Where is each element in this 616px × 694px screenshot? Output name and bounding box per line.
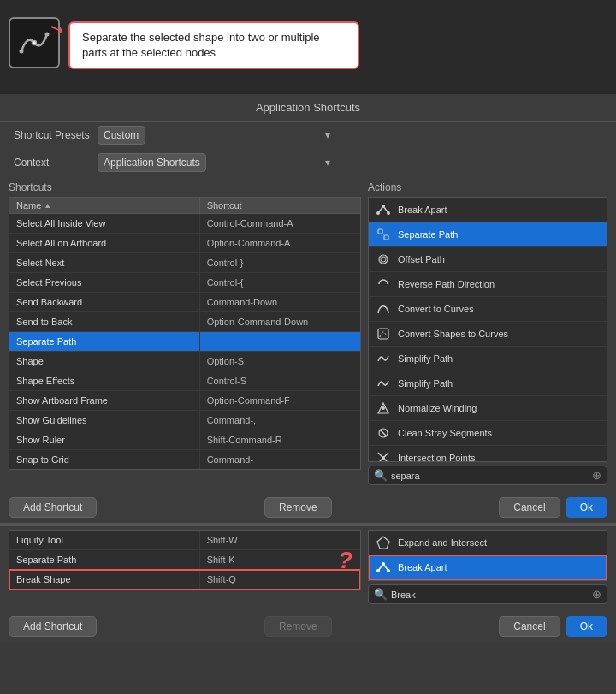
- svg-point-3: [376, 211, 380, 215]
- bottom-buttons-1: Add Shortcut Remove Cancel Ok: [0, 492, 616, 523]
- action-row[interactable]: Break Apart: [369, 198, 607, 222]
- shortcut-row[interactable]: Show GuidelinesCommand-,: [9, 411, 360, 430]
- svg-point-1: [45, 33, 50, 37]
- action-row[interactable]: Convert Shapes to Curves: [369, 322, 607, 347]
- sc-shortcut: Command-Down: [200, 293, 360, 311]
- svg-rect-11: [378, 329, 388, 339]
- action-name: Normalize Winding: [398, 403, 477, 413]
- action-name: Clean Stray Segments: [398, 428, 492, 438]
- action-icon: [376, 252, 391, 267]
- shortcut-row[interactable]: Select NextControl-}: [9, 253, 360, 273]
- sc-name: Separate Path: [9, 332, 200, 351]
- context-label: Context: [14, 157, 91, 169]
- tooltip-section: ➘ Separate the selected shape into two o…: [0, 0, 616, 94]
- shortcut-row[interactable]: Select All Inside ViewControl-Command-A: [9, 214, 360, 234]
- shortcut-row[interactable]: Send to BackOption-Command-Down: [9, 312, 360, 332]
- context-row: Context Application Shortcuts: [0, 149, 616, 176]
- cancel-button-2[interactable]: Cancel: [499, 616, 560, 637]
- shortcuts-list-1[interactable]: Select All Inside ViewControl-Command-AS…: [9, 213, 361, 470]
- ok-button-1[interactable]: Ok: [566, 497, 607, 518]
- action-row[interactable]: Normalize Winding: [369, 396, 607, 421]
- action-name: Simplify Path: [398, 378, 453, 389]
- action-row[interactable]: Reverse Path Direction: [369, 272, 607, 297]
- sc-name: Show Guidelines: [9, 411, 200, 430]
- action-row[interactable]: Expand and Intersect: [369, 531, 607, 555]
- svg-rect-7: [384, 235, 388, 240]
- shortcut-row[interactable]: Select PreviousControl-{: [9, 273, 360, 293]
- remove-button-1[interactable]: Remove: [264, 497, 332, 518]
- shortcut-row[interactable]: Break ShapeShift-Q: [9, 570, 360, 590]
- shortcut-row[interactable]: Select All on ArtboardOption-Command-A: [9, 234, 360, 253]
- action-row[interactable]: Separate Path: [369, 222, 607, 247]
- name-col-header: Name ▲: [9, 198, 200, 213]
- action-name: Separate Path: [398, 229, 458, 240]
- svg-point-25: [387, 569, 390, 572]
- ok-button-2[interactable]: Ok: [566, 616, 607, 637]
- actions-header-1: Actions: [368, 180, 607, 195]
- shortcut-row[interactable]: Show Artboard FrameOption-Command-F: [9, 391, 360, 411]
- search-input-1[interactable]: [391, 471, 589, 481]
- shortcuts-list-2[interactable]: Liquify ToolShift-WSeparate PathShift-KB…: [9, 530, 361, 590]
- shortcut-row[interactable]: Show RulerShift-Command-R: [9, 430, 360, 450]
- dialog-1: Application Shortcuts Shortcut Presets C…: [0, 94, 616, 523]
- svg-point-18: [382, 456, 385, 460]
- sc-name: Break Shape: [9, 570, 200, 589]
- action-row[interactable]: Simplify Path: [369, 347, 607, 371]
- action-name: Convert Shapes to Curves: [398, 329, 508, 339]
- action-row[interactable]: Break Apart: [369, 555, 607, 580]
- action-row[interactable]: Offset Path: [369, 247, 607, 272]
- shortcut-row[interactable]: ShapeOption-S: [9, 352, 360, 371]
- add-shortcut-button-2[interactable]: Add Shortcut: [9, 616, 97, 637]
- search-clear-btn-1[interactable]: ⊕: [592, 469, 601, 482]
- presets-select[interactable]: Custom: [98, 126, 145, 145]
- name-col-label: Name: [16, 200, 41, 211]
- sc-name: Send Backward: [9, 293, 200, 311]
- shortcut-row[interactable]: Send BackwardCommand-Down: [9, 293, 360, 312]
- sc-shortcut: Shift-K: [200, 550, 360, 569]
- sc-name: Select All Inside View: [9, 214, 200, 233]
- action-row[interactable]: Convert to Curves: [369, 297, 607, 322]
- remove-button-2[interactable]: Remove: [264, 616, 332, 637]
- action-icon: [376, 227, 391, 242]
- search-clear-btn-2[interactable]: ⊕: [592, 588, 601, 601]
- context-select[interactable]: Application Shortcuts: [98, 153, 206, 172]
- bottom-buttons-2: Add Shortcut Remove Cancel Ok: [0, 611, 616, 642]
- presets-label: Shortcut Presets: [14, 129, 91, 141]
- context-select-wrapper: Application Shortcuts: [98, 153, 337, 172]
- action-name: Break Apart: [398, 205, 447, 215]
- shortcut-row[interactable]: Snap to GridCommand-: [9, 450, 360, 470]
- shortcut-row[interactable]: Shape EffectsControl-S: [9, 371, 360, 391]
- action-icon: [376, 450, 391, 462]
- shortcut-row[interactable]: Separate PathShift-K: [9, 550, 360, 570]
- action-row[interactable]: Intersection Points: [369, 446, 607, 462]
- sc-name: Separate Path: [9, 550, 200, 569]
- shortcut-row[interactable]: Liquify ToolShift-W: [9, 531, 360, 550]
- sc-name: Select Previous: [9, 273, 200, 292]
- presets-row: Shortcut Presets Custom: [0, 122, 616, 149]
- sc-shortcut: Option-Command-F: [200, 391, 360, 410]
- action-name: Expand and Intersect: [398, 537, 487, 548]
- action-row[interactable]: Simplify Path: [369, 371, 607, 396]
- shortcut-row[interactable]: Separate Path: [9, 332, 360, 352]
- search-input-2[interactable]: [391, 590, 589, 600]
- search-bar-2: 🔍 ⊕: [368, 584, 607, 604]
- cancel-button-1[interactable]: Cancel: [499, 497, 560, 518]
- bottom-right-1: Cancel Ok: [499, 497, 607, 518]
- action-row[interactable]: Clean Stray Segments: [369, 421, 607, 446]
- svg-point-10: [381, 257, 386, 262]
- actions-list-1[interactable]: Break ApartSeparate PathOffset PathRever…: [368, 197, 607, 462]
- sc-name: Send to Back: [9, 312, 200, 331]
- sc-shortcut: Control-{: [200, 273, 360, 292]
- add-shortcut-button-1[interactable]: Add Shortcut: [9, 497, 97, 518]
- sc-name: Show Ruler: [9, 430, 200, 449]
- table-header-1: Name ▲ Shortcut: [9, 197, 361, 213]
- svg-point-26: [382, 562, 385, 566]
- sc-shortcut: Command-,: [200, 411, 360, 430]
- sc-shortcut: Option-Command-Down: [200, 312, 360, 331]
- action-icon: [376, 425, 391, 441]
- svg-point-2: [33, 41, 37, 45]
- sc-shortcut: Control-}: [200, 253, 360, 272]
- sc-shortcut: Control-S: [200, 371, 360, 390]
- actions-list-2[interactable]: Expand and IntersectBreak Apart: [368, 530, 607, 581]
- dialog-title-1: Application Shortcuts: [0, 94, 616, 122]
